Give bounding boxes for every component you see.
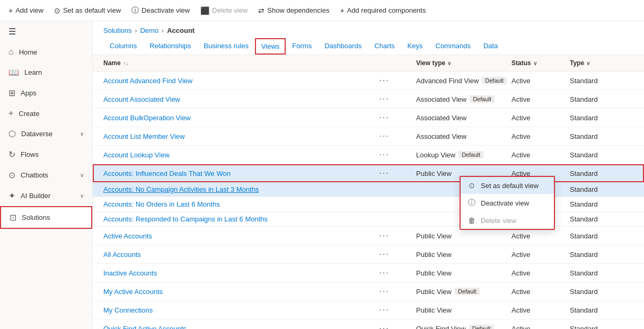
row-name-link[interactable]: Active Accounts [103, 232, 152, 240]
deactivate-view-button[interactable]: ⓘ Deactivate view [131, 6, 190, 15]
row-dots-menu[interactable]: ··· [352, 323, 416, 329]
row-name-link[interactable]: Account List Member View [103, 132, 185, 140]
row-name-link[interactable]: Quick Find Active Accounts [103, 325, 187, 330]
row-dots-menu[interactable]: ··· [352, 93, 416, 105]
view-type-label: Associated View [416, 95, 466, 103]
view-type-label: Public View [416, 306, 452, 314]
row-name-cell: My Active Accounts [103, 288, 352, 296]
tab-business-rules[interactable]: Business rules [197, 38, 255, 55]
row-dots-menu[interactable]: ··· [352, 267, 416, 279]
tab-commands[interactable]: Commands [429, 38, 477, 55]
table-row[interactable]: Accounts: Influenced Deals That We Won··… [93, 164, 644, 182]
row-name-link[interactable]: Account Associated View [103, 95, 180, 103]
row-dots-menu[interactable]: ··· [352, 304, 416, 316]
sidebar-item-create[interactable]: + Create [0, 103, 92, 123]
table-row[interactable]: Account Advanced Find View···Advanced Fi… [93, 72, 644, 90]
table-row[interactable]: Inactive Accounts···Public ViewActiveSta… [93, 264, 644, 282]
row-type-cell: Standard [570, 325, 633, 330]
table-row[interactable]: Accounts: No Orders in Last 6 MonthsActi… [93, 197, 644, 212]
tab-views[interactable]: Views [255, 38, 286, 55]
row-name-cell: Accounts: Responded to Campaigns in Last… [103, 215, 352, 223]
row-name-link[interactable]: Account BulkOperation View [103, 114, 191, 122]
sidebar-item-ai-builder[interactable]: ✦ AI Builder ∨ [0, 185, 92, 206]
breadcrumb-sep-1: › [135, 27, 137, 34]
sidebar-item-chatbots[interactable]: ⊙ Chatbots ∨ [0, 165, 92, 185]
col-status[interactable]: Status ∨ [511, 59, 570, 67]
tab-forms[interactable]: Forms [286, 38, 318, 55]
row-name-cell: My Connections [103, 306, 352, 314]
sidebar-item-learn[interactable]: 📖 Learn [0, 62, 92, 83]
col-dots [352, 59, 416, 67]
col-name[interactable]: Name ↑↓ [103, 59, 352, 67]
breadcrumb-solutions[interactable]: Solutions [103, 26, 131, 34]
default-badge: Default [458, 151, 483, 158]
deactivate-icon: ⓘ [131, 6, 139, 15]
tab-keys[interactable]: Keys [401, 38, 429, 55]
table-row[interactable]: Accounts: Responded to Campaigns in Last… [93, 212, 644, 227]
col-type[interactable]: Type ∨ [570, 59, 633, 67]
row-name-link[interactable]: Accounts: No Orders in Last 6 Months [103, 200, 220, 208]
table-row[interactable]: Quick Find Active Accounts···Quick Find … [93, 319, 644, 329]
table-row[interactable]: Accounts: No Campaign Activities in Last… [93, 182, 644, 197]
context-menu-item-deactivate[interactable]: ⓘDeactivate view [461, 194, 554, 212]
table-row[interactable]: Account Lookup View···Lookup ViewDefault… [93, 146, 644, 164]
sidebar-item-solutions[interactable]: ⊡ Solutions [0, 206, 92, 229]
sort-type-icon: ∨ [586, 60, 590, 66]
row-dots-menu[interactable]: ··· [352, 112, 416, 123]
row-viewtype-cell: Associated ViewDefault [416, 95, 511, 103]
row-dots-menu[interactable]: ··· [352, 286, 416, 297]
context-menu-item-set-default[interactable]: ⊙Set as default view [461, 177, 554, 194]
row-status-cell: Active [511, 77, 570, 85]
row-name-link[interactable]: Inactive Accounts [103, 269, 157, 277]
view-type-label: Advanced Find View [416, 77, 479, 85]
row-name-link[interactable]: Account Advanced Find View [103, 77, 192, 85]
row-status-cell: Active [511, 325, 570, 330]
row-type-cell: Standard [570, 170, 633, 177]
add-required-components-button[interactable]: + Add required components [340, 6, 426, 15]
tab-dashboards[interactable]: Dashboards [318, 38, 368, 55]
breadcrumb-sep-2: › [162, 27, 164, 34]
table-row[interactable]: Account Associated View···Associated Vie… [93, 90, 644, 109]
row-dots-menu[interactable]: ··· [352, 130, 416, 142]
sidebar-item-apps[interactable]: ⊞ Apps [0, 83, 92, 103]
col-viewtype[interactable]: View type ∨ [416, 59, 511, 67]
table-row[interactable]: Active Accounts···Public ViewActiveStand… [93, 227, 644, 245]
row-dots-menu[interactable]: ··· [352, 167, 416, 179]
flows-icon: ↻ [8, 149, 15, 159]
dependencies-icon: ⇄ [258, 6, 264, 15]
row-name-link[interactable]: Accounts: No Campaign Activities in Last… [103, 185, 259, 193]
row-dots-menu[interactable]: ··· [352, 248, 416, 260]
row-status-cell: Active [511, 306, 570, 314]
row-name-cell: Account Lookup View [103, 151, 352, 159]
table-row[interactable]: All Accounts···Public ViewActiveStandard [93, 245, 644, 264]
set-default-view-button[interactable]: ⊙ Set as default view [54, 6, 121, 15]
tab-columns[interactable]: Columns [103, 38, 143, 55]
tab-data[interactable]: Data [477, 38, 504, 55]
row-name-link[interactable]: Accounts: Influenced Deals That We Won [103, 170, 231, 177]
show-dependencies-button[interactable]: ⇄ Show dependencies [258, 6, 329, 15]
row-dots-menu[interactable]: ··· [352, 230, 416, 242]
table-row[interactable]: Account List Member View···Associated Vi… [93, 127, 644, 146]
tab-charts[interactable]: Charts [368, 38, 401, 55]
row-name-link[interactable]: All Accounts [103, 251, 141, 259]
view-type-label: Public View [416, 232, 452, 240]
row-dots-menu[interactable]: ··· [352, 75, 416, 86]
row-name-link[interactable]: My Active Accounts [103, 288, 163, 296]
sidebar-item-home[interactable]: ⌂ Home [0, 42, 92, 62]
table-row[interactable]: My Active Accounts···Public ViewDefaultA… [93, 282, 644, 301]
view-type-label: Associated View [416, 132, 466, 140]
tab-relationships[interactable]: Relationships [143, 38, 197, 55]
hamburger-menu[interactable]: ☰ [0, 21, 92, 42]
sidebar-item-dataverse[interactable]: ⬡ Dataverse ∨ [0, 123, 92, 144]
row-name-link[interactable]: Accounts: Responded to Campaigns in Last… [103, 215, 268, 223]
row-name-link[interactable]: My Connections [103, 306, 153, 314]
row-dots-menu[interactable]: ··· [352, 149, 416, 161]
row-name-link[interactable]: Account Lookup View [103, 151, 170, 159]
sort-status-icon: ∨ [533, 60, 537, 66]
view-type-label: Public View [416, 170, 452, 177]
sidebar-item-flows[interactable]: ↻ Flows [0, 144, 92, 165]
breadcrumb-demo[interactable]: Demo [140, 26, 158, 34]
add-view-button[interactable]: + Add view [8, 6, 43, 15]
table-row[interactable]: Account BulkOperation View···Associated … [93, 109, 644, 127]
table-row[interactable]: My Connections···Public ViewActiveStanda… [93, 301, 644, 319]
